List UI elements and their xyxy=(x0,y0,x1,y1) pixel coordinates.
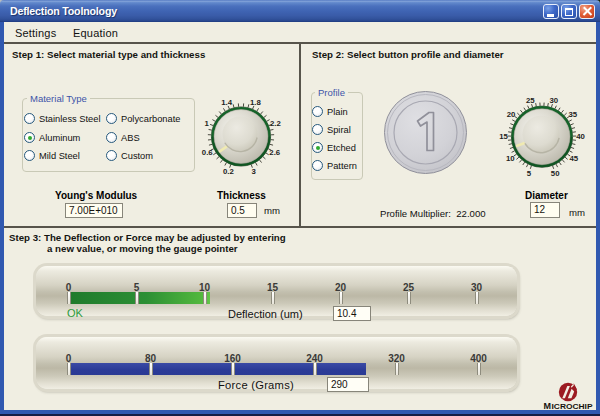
svg-text:3: 3 xyxy=(251,167,256,176)
svg-text:M: M xyxy=(544,401,552,411)
svg-text:ICROCHIP: ICROCHIP xyxy=(552,403,593,410)
svg-text:20: 20 xyxy=(507,110,516,119)
svg-text:45: 45 xyxy=(569,154,578,163)
svg-text:35: 35 xyxy=(569,110,578,119)
svg-text:40: 40 xyxy=(576,132,585,141)
svg-text:5: 5 xyxy=(527,169,532,178)
svg-text:1: 1 xyxy=(204,119,209,128)
svg-text:50: 50 xyxy=(551,169,560,178)
svg-text:0.2: 0.2 xyxy=(223,167,235,176)
svg-text:10: 10 xyxy=(506,154,515,163)
svg-text:1.4: 1.4 xyxy=(221,98,233,107)
svg-text:0.6: 0.6 xyxy=(202,148,214,157)
svg-text:15: 15 xyxy=(499,132,508,141)
svg-text:25: 25 xyxy=(526,96,535,105)
svg-text:2.6: 2.6 xyxy=(269,148,281,157)
svg-text:30: 30 xyxy=(549,96,558,105)
svg-text:2.2: 2.2 xyxy=(270,119,282,128)
svg-text:1.8: 1.8 xyxy=(250,98,262,107)
